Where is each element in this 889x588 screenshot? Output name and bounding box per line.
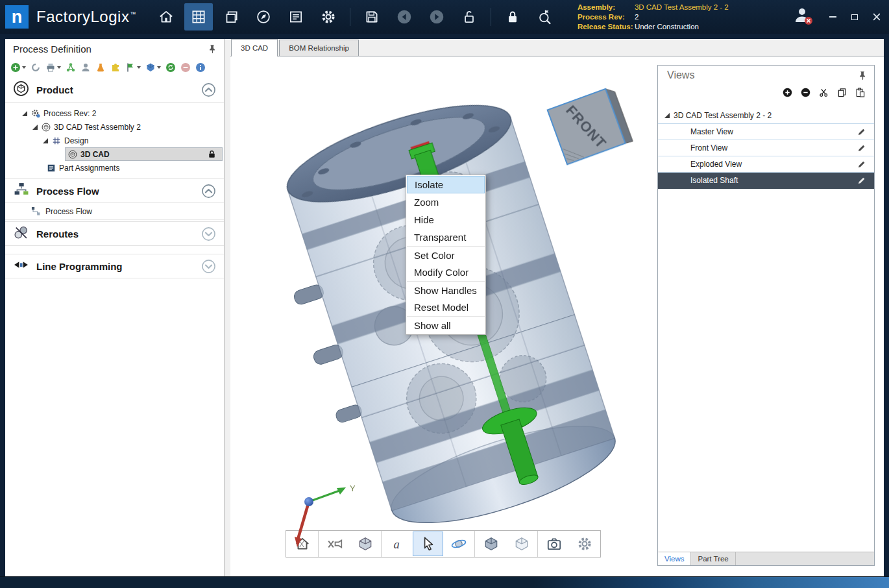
panel-title: Process Definition [13,43,91,55]
cut-view-button[interactable] [819,88,829,100]
cad-viewport[interactable]: FRONT Isolate Zoom Hide Transparent Set … [230,56,884,576]
expander-icon[interactable] [32,125,38,130]
collapse-process-flow-button[interactable] [201,184,216,199]
search-flag-icon [537,8,554,25]
forward-button[interactable] [422,3,451,31]
toolbar-separator [491,8,491,26]
remove-view-button[interactable] [801,88,810,100]
lock-button[interactable] [498,3,527,31]
navigate-button[interactable] [249,3,278,31]
refresh-button[interactable] [165,62,176,73]
menu-item-modify-color[interactable]: Modify Color [407,263,485,281]
product-tree: Process Rev: 2 3D CAD Test Assembly 2 De… [5,103,224,178]
menu-item-isolate[interactable]: Isolate [407,176,485,193]
remove-button[interactable] [180,62,191,73]
expand-line-programming-button[interactable] [201,259,216,274]
person-icon [80,62,91,73]
process-rev-label: Process Rev: [578,12,635,22]
news-button[interactable] [282,3,310,31]
view-row-master[interactable]: Master View [658,124,874,140]
view-row-isolated-shaft[interactable]: Isolated Shaft [658,173,874,189]
add-view-button[interactable] [783,88,792,100]
documents-button[interactable] [217,3,245,31]
tree-item-3d-cad[interactable]: 3D CAD [5,147,224,161]
view-row-exploded[interactable]: Exploded View [658,156,874,173]
tree-item-assembly[interactable]: 3D CAD Test Assembly 2 [5,120,224,134]
tool-wireframe-mode[interactable] [506,532,537,556]
tab-part-tree[interactable]: Part Tree [691,552,735,565]
flask-button[interactable] [95,62,106,73]
user-session-button[interactable] [793,5,814,29]
menu-item-set-color[interactable]: Set Color [407,246,485,263]
tree-item-3d-cad-selected[interactable]: 3D CAD [65,147,223,161]
tool-shaded-view[interactable] [350,532,380,556]
expand-reroutes-button[interactable] [201,227,216,241]
section-process-flow[interactable]: Process Flow [5,178,224,203]
edit-view-button[interactable] [857,160,866,169]
tool-home-view[interactable] [287,532,317,556]
package-button[interactable] [145,62,161,73]
tool-viewport-settings[interactable] [569,532,600,556]
collapse-product-button[interactable] [201,82,216,97]
molecule-button[interactable] [66,62,76,73]
tree-item-process-rev[interactable]: Process Rev: 2 [5,106,224,120]
tool-hide-camera[interactable] [319,532,350,556]
tree-item-part-assignments[interactable]: Part Assignments [5,161,224,175]
tool-snapshot[interactable] [539,532,569,556]
copy-view-button[interactable] [837,88,847,100]
minimize-button[interactable] [828,12,837,21]
info-button[interactable] [195,62,206,73]
tool-orbit[interactable] [443,532,474,556]
save-button[interactable] [358,3,386,31]
tool-select[interactable] [413,532,443,556]
puzzle-button[interactable] [110,62,121,73]
edit-view-button[interactable] [857,127,866,136]
menu-item-reset-model[interactable]: Reset Model [407,299,485,316]
tab-3d-cad[interactable]: 3D CAD [231,39,278,56]
edit-view-button[interactable] [857,176,866,185]
maximize-button[interactable] [850,12,859,21]
process-flow-item[interactable]: Process Flow [5,203,224,220]
settings-button[interactable] [314,3,343,31]
process-definition-button[interactable] [184,3,213,31]
tool-annotation[interactable]: a [382,532,413,556]
tool-solid-mode[interactable] [476,532,506,556]
section-product[interactable]: Product [5,78,224,103]
views-pin-button[interactable] [858,71,868,80]
print-button[interactable] [45,62,61,73]
menu-item-zoom[interactable]: Zoom [407,193,485,211]
tree-item-design[interactable]: Design [5,134,224,147]
panel-header: Process Definition [5,39,224,58]
tab-bom-relationship[interactable]: BOM Relationship [279,40,359,56]
views-root-node[interactable]: 3D CAD Test Assembly 2 - 2 [658,107,874,124]
expander-icon[interactable] [22,111,27,116]
back-button[interactable] [390,3,419,31]
pin-button[interactable] [208,44,217,54]
orientation-cube[interactable]: FRONT [548,86,633,165]
close-button[interactable] [872,12,881,21]
person-button[interactable] [80,62,91,73]
context-menu: Isolate Zoom Hide Transparent Set Color … [406,175,486,335]
paste-view-button[interactable] [855,88,865,100]
menu-item-transparent[interactable]: Transparent [407,228,485,246]
add-button[interactable] [10,62,26,73]
flag-button[interactable] [125,62,141,73]
edit-view-button[interactable] [857,143,866,153]
home-button[interactable] [152,3,180,31]
expander-icon[interactable] [43,138,48,143]
menu-item-show-all[interactable]: Show all [407,316,485,334]
orbit-icon [450,535,467,552]
lock-icon [207,149,217,159]
section-line-programming[interactable]: Line Programming [5,254,224,278]
unlock-button[interactable] [455,3,483,31]
expander-icon[interactable] [664,113,670,118]
section-reroutes[interactable]: Reroutes [5,221,224,246]
swirl-button[interactable] [30,62,41,73]
user-logout-icon [793,5,814,26]
logo-letter: n [12,7,23,27]
view-row-front[interactable]: Front View [658,140,874,156]
menu-item-show-handles[interactable]: Show Handles [407,281,485,299]
tab-views[interactable]: Views [658,552,691,565]
search-release-button[interactable] [531,3,559,31]
menu-item-hide[interactable]: Hide [407,211,485,228]
